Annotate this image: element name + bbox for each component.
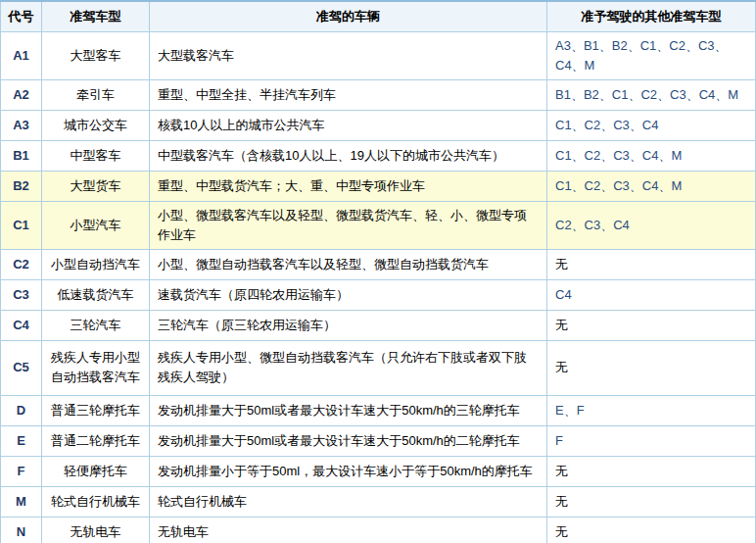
cell-code: D	[1, 395, 42, 425]
cell-type: 牵引车	[42, 79, 150, 110]
table-row: C4 三轮汽车 三轮汽车（原三轮农用运输车） 无	[1, 310, 756, 340]
cell-type: 无轨电车	[42, 517, 150, 543]
cell-code: B2	[1, 171, 42, 201]
cell-type: 小型汽车	[42, 201, 150, 249]
cell-others: 无	[547, 517, 756, 543]
cell-type: 轻便摩托车	[42, 456, 150, 486]
cell-code: C1	[1, 201, 42, 249]
cell-vehicles: 重型、中型载货汽车；大、重、中型专项作业车	[150, 171, 547, 201]
col-header-code: 代号	[1, 1, 42, 31]
col-header-type: 准驾车型	[42, 1, 150, 31]
cell-others: F	[547, 425, 756, 456]
table-row: A3 城市公交车 核载10人以上的城市公共汽车 C1、C2、C3、C4	[1, 110, 756, 140]
cell-others: C2、C3、C4	[547, 201, 756, 249]
cell-code: A1	[1, 31, 42, 79]
cell-code: A2	[1, 79, 42, 110]
cell-code: C4	[1, 310, 42, 340]
cell-code: M	[1, 486, 42, 517]
cell-code: C3	[1, 279, 42, 310]
table-row: F 轻便摩托车 发动机排量小于等于50ml，最大设计车速小于等于50km/h的摩…	[1, 456, 756, 486]
cell-vehicles: 小型、微型载客汽车以及轻型、微型载货汽车、轻、小、微型专项作业车	[150, 201, 547, 249]
cell-others: B1、B2、C1、C2、C3、C4、M	[547, 79, 756, 110]
cell-type: 小型自动挡汽车	[42, 249, 150, 279]
cell-type: 三轮汽车	[42, 310, 150, 340]
cell-code: B1	[1, 140, 42, 171]
cell-others: 无	[547, 310, 756, 340]
cell-vehicles: 核载10人以上的城市公共汽车	[150, 110, 547, 140]
table-row: B2 大型货车 重型、中型载货汽车；大、重、中型专项作业车 C1、C2、C3、C…	[1, 171, 756, 201]
cell-vehicles: 无轨电车	[150, 517, 547, 543]
cell-vehicles: 发动机排量大于50ml或者最大设计车速大于50km/h的三轮摩托车	[150, 395, 547, 425]
cell-others: 无	[547, 249, 756, 279]
cell-others: 无	[547, 456, 756, 486]
cell-type: 轮式自行机械车	[42, 486, 150, 517]
cell-code: A3	[1, 110, 42, 140]
cell-type: 低速载货汽车	[42, 279, 150, 310]
cell-others: E、F	[547, 395, 756, 425]
cell-type: 普通二轮摩托车	[42, 425, 150, 456]
col-header-others: 准予驾驶的其他准驾车型	[547, 1, 756, 31]
table-row: C5 残疾人专用小型自动挡载客汽车 残疾人专用小型、微型自动挡载客汽车（只允许右…	[1, 340, 756, 395]
cell-others: C1、C2、C3、C4、M	[547, 171, 756, 201]
table-row: C1 小型汽车 小型、微型载客汽车以及轻型、微型载货汽车、轻、小、微型专项作业车…	[1, 201, 756, 249]
table-row: A2 牵引车 重型、中型全挂、半挂汽车列车 B1、B2、C1、C2、C3、C4、…	[1, 79, 756, 110]
cell-others: 无	[547, 486, 756, 517]
license-table: 代号 准驾车型 准驾的车辆 准予驾驶的其他准驾车型 A1 大型客车 大型载客汽车…	[0, 0, 756, 543]
cell-code: C5	[1, 340, 42, 395]
cell-code: C2	[1, 249, 42, 279]
table-row: E 普通二轮摩托车 发动机排量大于50ml或者最大设计车速大于50km/h的二轮…	[1, 425, 756, 456]
table-row: M 轮式自行机械车 轮式自行机械车 无	[1, 486, 756, 517]
cell-vehicles: 大型载客汽车	[150, 31, 547, 79]
cell-code: N	[1, 517, 42, 543]
cell-others: C4	[547, 279, 756, 310]
cell-vehicles: 中型载客汽车（含核载10人以上、19人以下的城市公共汽车）	[150, 140, 547, 171]
table-row: C2 小型自动挡汽车 小型、微型自动挡载客汽车以及轻型、微型自动挡载货汽车 无	[1, 249, 756, 279]
cell-vehicles: 发动机排量小于等于50ml，最大设计车速小于等于50km/h的摩托车	[150, 456, 547, 486]
cell-type: 大型货车	[42, 171, 150, 201]
cell-vehicles: 重型、中型全挂、半挂汽车列车	[150, 79, 547, 110]
cell-vehicles: 轮式自行机械车	[150, 486, 547, 517]
table-row: D 普通三轮摩托车 发动机排量大于50ml或者最大设计车速大于50km/h的三轮…	[1, 395, 756, 425]
cell-code: E	[1, 425, 42, 456]
cell-vehicles: 发动机排量大于50ml或者最大设计车速大于50km/h的二轮摩托车	[150, 425, 547, 456]
cell-others: A3、B1、B2、C1、C2、C3、C4、M	[547, 31, 756, 79]
table-body: A1 大型客车 大型载客汽车 A3、B1、B2、C1、C2、C3、C4、M A2…	[1, 31, 756, 543]
cell-type: 残疾人专用小型自动挡载客汽车	[42, 340, 150, 395]
cell-others: 无	[547, 340, 756, 395]
cell-vehicles: 残疾人专用小型、微型自动挡载客汽车（只允许右下肢或者双下肢残疾人驾驶）	[150, 340, 547, 395]
table-row: A1 大型客车 大型载客汽车 A3、B1、B2、C1、C2、C3、C4、M	[1, 31, 756, 79]
cell-vehicles: 速载货汽车（原四轮农用运输车）	[150, 279, 547, 310]
table-header: 代号 准驾车型 准驾的车辆 准予驾驶的其他准驾车型	[1, 1, 756, 31]
cell-vehicles: 三轮汽车（原三轮农用运输车）	[150, 310, 547, 340]
table-row: B1 中型客车 中型载客汽车（含核载10人以上、19人以下的城市公共汽车） C1…	[1, 140, 756, 171]
cell-type: 城市公交车	[42, 110, 150, 140]
cell-others: C1、C2、C3、C4	[547, 110, 756, 140]
table-row: C3 低速载货汽车 速载货汽车（原四轮农用运输车） C4	[1, 279, 756, 310]
cell-vehicles: 小型、微型自动挡载客汽车以及轻型、微型自动挡载货汽车	[150, 249, 547, 279]
cell-type: 中型客车	[42, 140, 150, 171]
cell-type: 大型客车	[42, 31, 150, 79]
table-row: N 无轨电车 无轨电车 无	[1, 517, 756, 543]
header-row: 代号 准驾车型 准驾的车辆 准予驾驶的其他准驾车型	[1, 1, 756, 31]
cell-code: F	[1, 456, 42, 486]
cell-others: C1、C2、C3、C4、M	[547, 140, 756, 171]
cell-type: 普通三轮摩托车	[42, 395, 150, 425]
col-header-vehicles: 准驾的车辆	[150, 1, 547, 31]
